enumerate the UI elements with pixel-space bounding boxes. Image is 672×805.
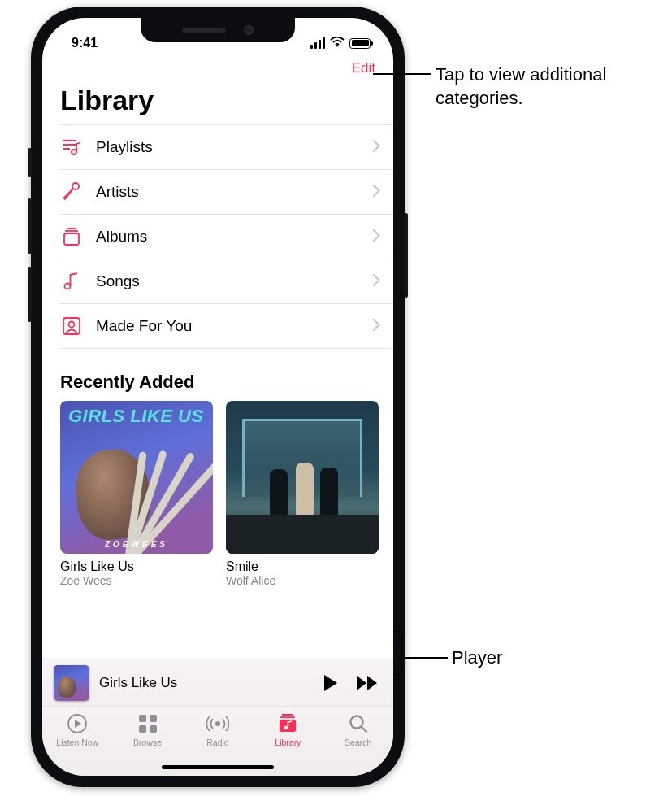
now-playing-title: Girls Like Us [99, 675, 307, 691]
notch [141, 18, 295, 42]
category-label: Songs [96, 272, 360, 290]
svg-point-0 [336, 45, 338, 46]
callout-text: Player [452, 647, 502, 668]
album-item[interactable]: Smile Wolf Alice [226, 401, 379, 587]
wifi-icon [330, 36, 345, 50]
svg-point-4 [72, 150, 76, 154]
tab-search[interactable]: Search [329, 712, 388, 776]
side-button [28, 148, 32, 177]
category-label: Playlists [96, 138, 360, 156]
category-songs[interactable]: Songs [60, 259, 393, 304]
play-circle-icon [67, 712, 88, 735]
svg-point-9 [69, 322, 75, 328]
callout-bracket [394, 631, 402, 675]
category-albums[interactable]: Albums [60, 215, 393, 259]
callout-player: Player [452, 646, 502, 670]
svg-rect-6 [64, 233, 79, 245]
tab-label: Radio [206, 738, 228, 747]
svg-point-15 [215, 721, 220, 726]
status-time: 9:41 [72, 36, 98, 50]
play-button[interactable] [317, 669, 345, 697]
tab-listen-now[interactable]: Listen Now [48, 712, 106, 776]
category-made-for-you[interactable]: Made For You [60, 304, 393, 349]
svg-line-19 [362, 727, 366, 732]
callout-edit: Tap to view additional categories. [436, 63, 655, 110]
tab-bar: Listen Now Browse Radio Library Search [42, 706, 393, 776]
cover-title-text: GIRLS LIKE US [68, 406, 205, 427]
album-artist: Wolf Alice [226, 574, 379, 587]
chevron-right-icon [373, 319, 380, 334]
cellular-icon [310, 37, 325, 49]
svg-rect-14 [150, 725, 157, 733]
recently-added-list[interactable]: GIRLS LIKE US ZOEWEES Girls Like Us Zoe … [42, 401, 393, 587]
svg-point-7 [65, 284, 71, 289]
category-playlists[interactable]: Playlists [60, 124, 393, 170]
edit-button[interactable]: Edit [352, 60, 375, 76]
callout-text: Tap to view additional categories. [436, 64, 606, 108]
phone-frame: 9:41 Edit Library Playlists [31, 7, 405, 787]
chevron-right-icon [373, 229, 380, 245]
chevron-right-icon [373, 274, 380, 289]
category-label: Albums [96, 228, 360, 246]
volume-down-button [28, 267, 32, 322]
search-icon [349, 712, 368, 735]
person-square-icon [60, 315, 83, 337]
tab-label: Library [275, 738, 301, 747]
mini-player[interactable]: Girls Like Us [42, 659, 393, 706]
album-title: Smile [226, 559, 379, 574]
grid-icon [138, 712, 158, 735]
svg-rect-8 [63, 318, 80, 334]
radio-icon [206, 712, 229, 735]
note-icon [60, 270, 83, 293]
playlist-icon [60, 136, 83, 159]
screen: 9:41 Edit Library Playlists [42, 18, 393, 776]
svg-rect-11 [139, 715, 146, 722]
tab-label: Browse [133, 738, 162, 747]
category-label: Made For You [96, 317, 360, 335]
library-icon [277, 712, 298, 735]
album-artist: Zoe Wees [60, 574, 213, 587]
volume-up-button [28, 198, 32, 254]
power-button [404, 213, 408, 298]
microphone-icon [60, 181, 83, 203]
album-icon [60, 225, 83, 248]
category-list: Playlists Artists Albums [42, 124, 393, 349]
svg-rect-12 [150, 715, 157, 722]
battery-icon [349, 38, 371, 49]
category-label: Artists [96, 183, 360, 201]
cover-artist-credit: ZOEWEES [60, 540, 213, 549]
category-artists[interactable]: Artists [60, 170, 393, 215]
next-track-button[interactable] [354, 669, 382, 697]
album-cover[interactable] [226, 401, 379, 554]
album-title: Girls Like Us [60, 559, 213, 574]
tab-label: Listen Now [56, 738, 98, 747]
svg-rect-13 [139, 725, 146, 733]
page-title: Library [42, 85, 393, 124]
tab-label: Search [345, 738, 371, 747]
chevron-right-icon [373, 140, 380, 155]
recently-added-heading: Recently Added [42, 349, 393, 401]
home-indicator[interactable] [162, 765, 274, 769]
now-playing-cover[interactable] [54, 665, 89, 701]
chevron-right-icon [373, 185, 380, 200]
album-cover[interactable]: GIRLS LIKE US ZOEWEES [60, 401, 213, 554]
album-item[interactable]: GIRLS LIKE US ZOEWEES Girls Like Us Zoe … [60, 401, 213, 587]
